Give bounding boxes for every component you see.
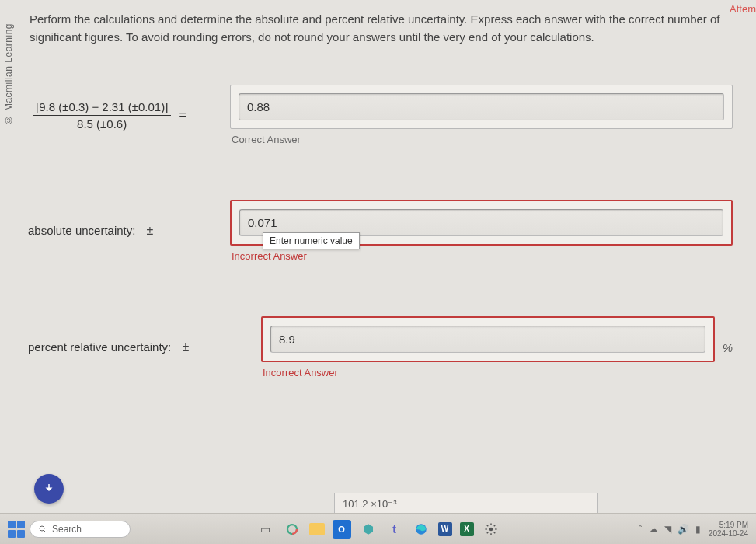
plus-minus-symbol-2: ± (182, 340, 189, 354)
copilot-icon[interactable] (283, 520, 301, 539)
svg-marker-5 (364, 524, 373, 534)
absolute-uncertainty-label: absolute uncertainty: (28, 224, 135, 237)
percent-input[interactable] (270, 326, 705, 353)
feedback-incorrect-percent: Incorrect Answer (261, 367, 715, 378)
start-button[interactable] (8, 521, 25, 538)
plus-minus-symbol: ± (147, 224, 154, 237)
search-placeholder: Search (52, 524, 82, 535)
teams-icon[interactable]: t (385, 520, 404, 539)
app-icon-1[interactable] (359, 520, 378, 539)
taskbar-left: Search (8, 521, 131, 538)
absolute-label-col: absolute uncertainty: ± (28, 224, 230, 238)
taskbar-center: ▭ O t W X (256, 520, 500, 539)
hexagon-icon (362, 523, 375, 535)
taskbar-right: ˄ ☁ ◥ 🔊 ▮ 5:19 PM 2024-10-24 (638, 521, 748, 538)
fraction-numerator: [9.8 (±0.3) − 2.31 (±0.01)] (33, 100, 171, 116)
fraction: [9.8 (±0.3) − 2.31 (±0.01)] 8.5 (±0.6) (33, 100, 171, 131)
word-icon[interactable]: W (438, 522, 452, 536)
taskview-icon[interactable]: ▭ (256, 520, 275, 539)
outlook-icon[interactable]: O (333, 520, 351, 539)
onedrive-icon[interactable]: ☁ (649, 524, 658, 535)
numeric-tooltip: Enter numeric value (263, 232, 360, 249)
copilot-svg-icon (285, 522, 299, 536)
search-icon (38, 525, 47, 534)
system-tray[interactable]: ˄ ☁ ◥ 🔊 ▮ (638, 524, 701, 535)
attempt-label: Attem (730, 3, 756, 15)
excel-icon[interactable]: X (460, 522, 474, 536)
gear-icon (484, 522, 498, 536)
answer-wrap-percent: Incorrect Answer % (261, 316, 733, 378)
svg-rect-0 (48, 484, 50, 489)
feedback-incorrect-absolute: Incorrect Answer (230, 250, 733, 262)
chevron-up-icon[interactable]: ˄ (638, 524, 643, 535)
result-input[interactable] (239, 93, 724, 120)
feedback-correct: Correct Answer (230, 134, 733, 145)
percent-label-col: percent relative uncertainty: ± (28, 340, 261, 354)
next-answer-peek: 101.2 ×10⁻³ (334, 493, 598, 513)
equals-sign: = (179, 108, 186, 121)
answer-box-percent (261, 316, 715, 362)
question-row-percent: percent relative uncertainty: ± Incorrec… (28, 316, 733, 378)
explorer-icon[interactable] (309, 523, 325, 535)
fraction-denominator: 8.5 (±0.6) (74, 116, 130, 131)
copyright-vertical: © Macmillan Learning (3, 23, 14, 125)
instructions-text: Perform the calculations and determine t… (28, 11, 733, 46)
question-row-absolute: absolute uncertainty: ± Enter numeric va… (28, 200, 733, 262)
answer-box-result (230, 85, 733, 129)
answer-wrap-result: Correct Answer (230, 85, 733, 145)
windows-taskbar: Search ▭ O t W X ˄ ☁ ◥ 🔊 ▮ 5:19 PM (0, 513, 756, 544)
question-row-result: [9.8 (±0.3) − 2.31 (±0.01)] 8.5 (±0.6) =… (28, 85, 733, 145)
main-content: Attem © Macmillan Learning Perform the c… (0, 0, 756, 378)
taskbar-search[interactable]: Search (30, 521, 131, 538)
clock-time: 5:19 PM (709, 521, 748, 529)
wifi-icon[interactable]: ◥ (664, 524, 671, 535)
answer-wrap-absolute: Enter numeric value Incorrect Answer (230, 200, 733, 262)
taskbar-clock[interactable]: 5:19 PM 2024-10-24 (709, 521, 748, 538)
equation-label: [9.8 (±0.3) − 2.31 (±0.01)] 8.5 (±0.6) = (28, 100, 230, 131)
settings-icon[interactable] (482, 520, 500, 539)
clock-date: 2024-10-24 (709, 529, 748, 538)
battery-icon[interactable]: ▮ (695, 524, 701, 535)
svg-point-7 (489, 527, 493, 531)
percent-uncertainty-label: percent relative uncertainty: (28, 340, 171, 354)
svg-line-2 (44, 530, 47, 532)
volume-icon[interactable]: 🔊 (678, 524, 689, 535)
edge-svg-icon (414, 522, 428, 536)
percent-unit: % (723, 341, 733, 354)
svg-point-1 (40, 526, 44, 531)
arrow-down-icon (42, 482, 56, 496)
scroll-down-button[interactable] (34, 474, 64, 504)
edge-icon[interactable] (412, 520, 430, 539)
